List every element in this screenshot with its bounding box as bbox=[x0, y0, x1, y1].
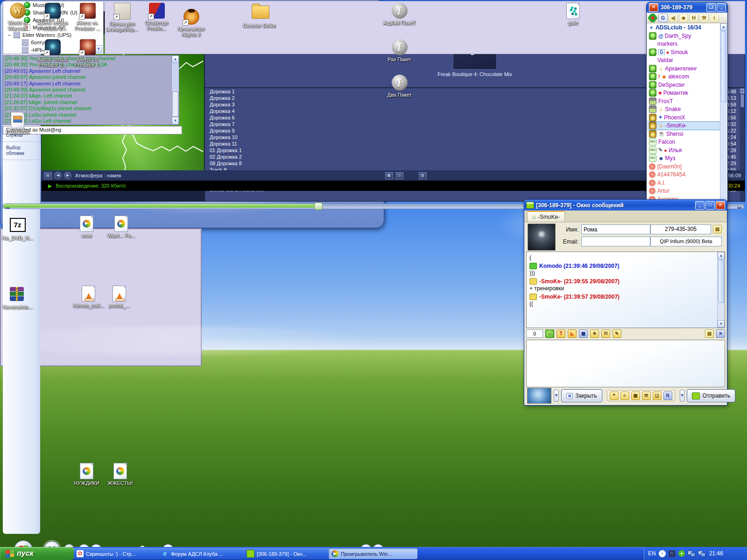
scroll-down-icon[interactable]: ▼ bbox=[718, 320, 725, 328]
desktop-icon-wow-playlist[interactable]: wow bbox=[69, 216, 104, 238]
contact-row[interactable]: @ Darth_Spy bbox=[647, 32, 727, 40]
contact-row[interactable]: ☕ Shensi bbox=[647, 130, 727, 138]
font-color-icon[interactable]: T bbox=[557, 329, 565, 338]
taskbar-task[interactable]: [306-189-379] - Окн... bbox=[244, 548, 332, 559]
snowflake-icon[interactable]: ✳ bbox=[590, 329, 599, 338]
desktop-icon-gate[interactable]: gate bbox=[556, 3, 591, 26]
scrollbar-thumb[interactable] bbox=[718, 260, 724, 303]
close-icon[interactable]: ✕ bbox=[716, 201, 725, 210]
log-scrollbar[interactable]: ▲ ▼ bbox=[171, 56, 179, 125]
contact-row[interactable]: ♥ Романтик bbox=[647, 89, 727, 98]
taskbar-task[interactable]: ▶ Проигрыватель Win... bbox=[329, 548, 417, 559]
chat-tab-smoke[interactable]: ⌂ -SmoKe- bbox=[527, 211, 565, 222]
contact-list-scrollbar[interactable]: ▲ bbox=[720, 23, 727, 201]
desktop-icon-rar[interactable]: Neverwinte... bbox=[0, 286, 35, 310]
send-button[interactable]: Отправить bbox=[687, 389, 735, 402]
email-input[interactable] bbox=[581, 237, 650, 246]
message-titlebar[interactable]: [306-189-379] - Окно сообщений _ □ ✕ bbox=[524, 200, 727, 210]
scroll-up-icon[interactable]: ▲ bbox=[740, 88, 745, 94]
name-input[interactable] bbox=[581, 224, 650, 234]
contact-row[interactable]: [Daem0n] bbox=[647, 162, 727, 171]
maximize-icon[interactable]: ❏ bbox=[706, 3, 716, 12]
notes-icon[interactable]: N bbox=[663, 392, 672, 400]
taskbar-task[interactable]: e Форум АДСЛ Клуба ... bbox=[159, 548, 247, 559]
contact-row[interactable]: markers bbox=[647, 40, 727, 49]
settings-wrench-icon[interactable]: ⚒ bbox=[699, 14, 709, 22]
headphones-tray-icon[interactable] bbox=[669, 550, 676, 557]
scrollbar-thumb[interactable] bbox=[721, 31, 726, 102]
save-icon[interactable]: ▦ bbox=[579, 329, 588, 338]
screenshot-icon[interactable]: ▣ bbox=[631, 392, 640, 400]
expander-icon[interactable]: – bbox=[7, 32, 11, 38]
next-vis-icon[interactable]: ▶ bbox=[64, 172, 71, 179]
page-icon[interactable]: ▤ bbox=[713, 225, 722, 233]
emoticon-icon[interactable]: ☺ bbox=[545, 329, 554, 338]
vis-options-icon[interactable]: ▤ bbox=[44, 172, 52, 179]
desktop-icon-7z[interactable]: 7z No_DVD_N... bbox=[0, 216, 35, 241]
contact-row[interactable]: Artur bbox=[647, 187, 727, 196]
scrollbar-thumb[interactable] bbox=[740, 94, 744, 107]
scroll-down-icon[interactable]: ▼ bbox=[172, 117, 179, 125]
view-grid-icon[interactable]: ▦ bbox=[385, 172, 393, 179]
message-input[interactable] bbox=[526, 340, 725, 387]
desktop-icon-avp2[interactable]: Aliens versus Predator 2... bbox=[35, 3, 70, 31]
scroll-up-icon[interactable]: ▲ bbox=[720, 23, 727, 31]
template-icon[interactable]: ≡ bbox=[620, 392, 629, 400]
desktop-icon-hitman-trailer[interactable]: hitman_trail... bbox=[71, 286, 106, 308]
contact-row[interactable]: ☺ Snake bbox=[647, 105, 727, 114]
desktop-icon-postal[interactable]: postal_... bbox=[102, 286, 137, 308]
history-icon[interactable]: H bbox=[689, 14, 698, 22]
start-button[interactable]: пуск bbox=[0, 547, 76, 560]
desktop-icon-avp-b[interactable]: Aliens vs. Predator ... bbox=[70, 39, 105, 68]
desktop-icon-lineage2[interactable]: Ярлык для Lineage2Up... bbox=[105, 3, 140, 32]
contact-row[interactable]: Valdar bbox=[647, 56, 727, 65]
contact-row[interactable]: Falcon bbox=[647, 138, 727, 147]
report-icon[interactable]: ▥ bbox=[419, 172, 427, 179]
info-icon[interactable]: i bbox=[710, 14, 719, 22]
desktop-icon-flash-package-2[interactable]: ƒ Раз Пакет bbox=[382, 39, 417, 62]
scroll-up-icon[interactable]: ▲ bbox=[172, 56, 179, 63]
scroll-up-icon[interactable]: ▲ bbox=[718, 252, 725, 259]
contact-row[interactable]: FrosT bbox=[647, 97, 727, 105]
desktop-icon-challenge[interactable]: Challenge ProMo... bbox=[139, 3, 174, 31]
contact-list-titlebar[interactable]: ✕ 306-189-379 ❏ _ bbox=[647, 2, 727, 13]
quill-icon[interactable]: ✎ bbox=[613, 329, 621, 338]
desktop-icon-world-of-warcraft[interactable]: W World of Warcraft bbox=[0, 3, 35, 31]
contact-row[interactable]: ☻ Муз bbox=[647, 154, 727, 163]
language-indicator[interactable]: EN bbox=[648, 550, 656, 557]
contact-group-header[interactable]: ▼ ADSLclub - 16/34 bbox=[647, 23, 727, 32]
desktop-icon-photo[interactable]: P1013926 bbox=[0, 112, 35, 135]
contact-row[interactable]: ☺ -SmoKe- bbox=[647, 122, 727, 130]
desktop-icon-avp[interactable]: Aliens vs. Predator ... bbox=[70, 3, 105, 31]
wrench-icon[interactable]: ⚒ bbox=[642, 392, 651, 400]
history-icon[interactable]: H bbox=[601, 329, 610, 338]
contact-row[interactable]: ! ☻ alexcom bbox=[647, 73, 727, 81]
tray-chevron-icon[interactable]: ‹ bbox=[659, 550, 666, 557]
prev-vis-icon[interactable]: ◀ bbox=[54, 172, 62, 179]
contact-row[interactable]: A.I. bbox=[647, 179, 727, 187]
seek-handle[interactable] bbox=[314, 203, 323, 210]
send-options-dropdown[interactable]: ▼ bbox=[680, 390, 685, 402]
desktop-icon-nwn2[interactable]: Neverwinter Nights 2 bbox=[174, 3, 209, 37]
minimize-icon[interactable]: _ bbox=[695, 201, 705, 210]
task-menu-item[interactable]: Выбор обложки bbox=[3, 142, 40, 160]
desktop-icon-flash-package-1[interactable]: ƒ АщКий ПакеТ bbox=[382, 3, 417, 26]
close-panel-icon[interactable]: ✕ bbox=[716, 329, 725, 338]
channel-tree-row[interactable]: – Elder Warriors (UPS) bbox=[3, 31, 103, 39]
icq-flower-tray-icon[interactable] bbox=[678, 550, 685, 557]
groups-button[interactable]: G bbox=[658, 14, 668, 22]
network-tray-icon[interactable] bbox=[688, 551, 695, 557]
window-icon[interactable]: ◲ bbox=[653, 392, 662, 400]
contact-row[interactable]: DeSpecter bbox=[647, 81, 727, 89]
close-button[interactable]: ✕ Закрыть bbox=[561, 389, 602, 402]
maximize-icon[interactable]: □ bbox=[705, 201, 715, 210]
desktop-icon-warri[interactable]: Warri... Fu... bbox=[104, 216, 139, 238]
status-flower-icon[interactable] bbox=[648, 14, 657, 22]
contact-row[interactable]: ☺ Архангелинг bbox=[647, 64, 727, 73]
sound-icon[interactable]: ◂) bbox=[669, 14, 678, 22]
scrollbar-thumb[interactable] bbox=[172, 91, 178, 117]
taskbar-task[interactable]: O Скриншоты :) - Стр... bbox=[74, 548, 162, 559]
close-icon[interactable]: ✕ bbox=[649, 3, 658, 12]
desktop-icon-avp2-b[interactable]: Aliens versus Predator 2... bbox=[35, 39, 70, 68]
close-options-dropdown[interactable]: ▼ bbox=[554, 390, 559, 402]
